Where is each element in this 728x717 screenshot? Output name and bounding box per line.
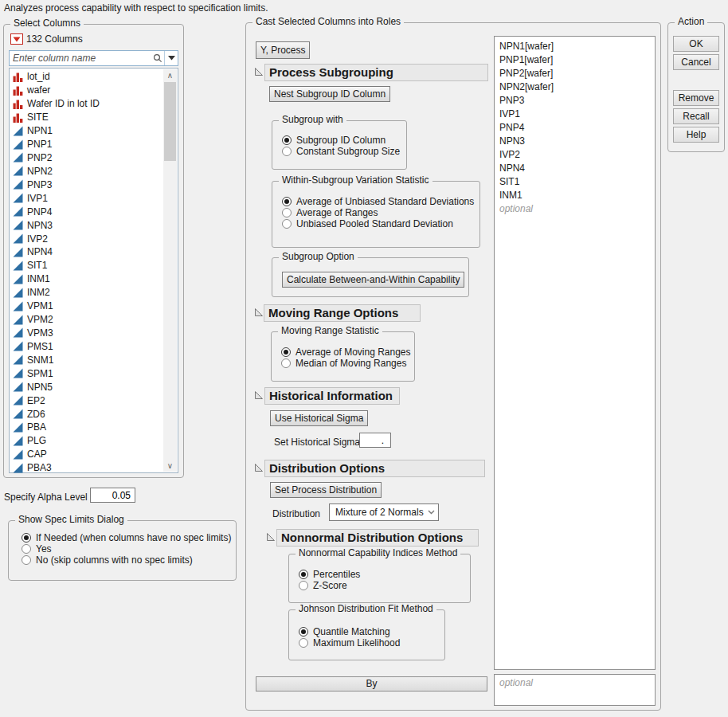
role-list-item[interactable]: NPN1[wafer] bbox=[495, 40, 655, 53]
column-list-item[interactable]: SITE bbox=[10, 111, 163, 124]
radio-selected[interactable] bbox=[282, 197, 292, 206]
role-list-item[interactable]: IVP2 bbox=[495, 148, 655, 162]
radio-selected[interactable] bbox=[299, 627, 308, 637]
radio-option[interactable]: If Needed (when columns have no spec lim… bbox=[22, 532, 231, 543]
column-list-item[interactable]: IVP2 bbox=[10, 232, 163, 245]
column-list-item[interactable]: PNP4 bbox=[10, 205, 163, 218]
nest-subgroup-button[interactable]: Nest Subgroup ID Column bbox=[269, 86, 390, 102]
role-list-item[interactable]: INM1 bbox=[495, 189, 655, 202]
radio-option[interactable]: No (skip columns with no spec limits) bbox=[22, 554, 231, 566]
cancel-button[interactable]: Cancel bbox=[673, 54, 719, 70]
column-list-item[interactable]: INM2 bbox=[10, 286, 163, 300]
column-list-item[interactable]: NPN3 bbox=[10, 218, 163, 232]
column-list-item[interactable]: SNM1 bbox=[10, 353, 163, 366]
section-moving-range-options[interactable]: Moving Range Options bbox=[264, 304, 421, 322]
alpha-level-input[interactable] bbox=[90, 488, 135, 503]
role-list-item[interactable]: SIT1 bbox=[495, 175, 655, 189]
radio-option[interactable]: Constant Subgroup Size bbox=[282, 146, 400, 157]
column-list-item[interactable]: IVP1 bbox=[10, 191, 163, 205]
column-list-item[interactable]: VPM3 bbox=[10, 327, 163, 340]
section-nonnormal-distribution-options[interactable]: Nonnormal Distribution Options bbox=[276, 529, 479, 547]
column-list-item[interactable]: VPM2 bbox=[10, 313, 163, 327]
radio-option[interactable]: Average of Moving Ranges bbox=[281, 347, 411, 358]
role-list-item[interactable]: PNP1[wafer] bbox=[495, 53, 655, 67]
help-button[interactable]: Help bbox=[673, 127, 719, 143]
column-list-item[interactable]: SIT1 bbox=[10, 259, 163, 272]
radio-unselected[interactable] bbox=[22, 544, 31, 554]
by-button[interactable]: By bbox=[256, 676, 487, 692]
ok-button[interactable]: OK bbox=[673, 36, 719, 52]
column-list-item[interactable]: Wafer ID in lot ID bbox=[10, 97, 163, 111]
section-historical-information[interactable]: Historical Information bbox=[264, 387, 400, 405]
distribution-select[interactable]: Mixture of 2 Normals bbox=[329, 503, 439, 521]
search-dropdown-icon[interactable] bbox=[165, 51, 178, 65]
role-list-item[interactable]: PNP4 bbox=[495, 121, 655, 135]
column-list-item[interactable]: PMS1 bbox=[10, 339, 163, 353]
section-process-subgrouping[interactable]: Process Subgrouping bbox=[264, 64, 488, 81]
radio-selected[interactable] bbox=[22, 533, 31, 543]
y-process-button[interactable]: Y, Process bbox=[256, 41, 310, 59]
collapse-triangle-icon[interactable] bbox=[254, 390, 264, 400]
radio-unselected[interactable] bbox=[282, 208, 292, 217]
radio-option[interactable]: Yes bbox=[22, 543, 231, 554]
columns-menu-icon[interactable] bbox=[10, 33, 23, 45]
column-list-item[interactable]: PNP2 bbox=[10, 151, 163, 165]
between-within-capability-button[interactable]: Calculate Between-and-Within Capability bbox=[282, 272, 464, 288]
role-list-item[interactable]: NPN3 bbox=[495, 135, 655, 148]
role-list-item[interactable]: PNP2[wafer] bbox=[495, 67, 655, 80]
radio-option[interactable]: Average of Ranges bbox=[282, 207, 474, 218]
radio-unselected[interactable] bbox=[281, 358, 291, 368]
radio-unselected[interactable] bbox=[299, 638, 308, 648]
by-listbox[interactable]: optional bbox=[494, 674, 656, 706]
radio-unselected[interactable] bbox=[299, 581, 308, 590]
search-icon[interactable] bbox=[151, 51, 164, 65]
radio-option[interactable]: Median of Moving Ranges bbox=[281, 358, 411, 369]
radio-option[interactable]: Average of Unbiased Standard Deviations bbox=[282, 196, 474, 207]
radio-option[interactable]: Percentiles bbox=[299, 569, 360, 580]
search-input[interactable] bbox=[10, 51, 151, 65]
column-list-item[interactable]: SPM1 bbox=[10, 366, 163, 380]
column-list-item[interactable]: PLG bbox=[10, 434, 163, 448]
column-list-item[interactable]: PBA bbox=[10, 421, 163, 434]
columns-scrollbar[interactable]: ∧ ∨ bbox=[163, 69, 177, 472]
column-list-item[interactable]: NPN4 bbox=[10, 245, 163, 259]
role-list-item[interactable]: PNP3 bbox=[495, 94, 655, 108]
column-list-item[interactable]: NPN5 bbox=[10, 380, 163, 394]
column-list-item[interactable]: ZD6 bbox=[10, 407, 163, 421]
column-list-item[interactable]: NPN2 bbox=[10, 164, 163, 178]
collapse-triangle-icon[interactable] bbox=[254, 308, 264, 317]
radio-option[interactable]: Z-Score bbox=[299, 580, 360, 591]
collapse-triangle-icon[interactable] bbox=[266, 532, 276, 542]
radio-option[interactable]: Quantile Matching bbox=[299, 626, 400, 637]
use-historical-sigma-button[interactable]: Use Historical Sigma bbox=[270, 410, 368, 426]
role-list-item[interactable]: NPN4 bbox=[495, 162, 655, 175]
column-list-item[interactable]: EP2 bbox=[10, 394, 163, 407]
column-list-item[interactable]: PNP1 bbox=[10, 138, 163, 151]
scrollbar-thumb[interactable] bbox=[164, 82, 176, 161]
role-list-item[interactable]: IVP1 bbox=[495, 108, 655, 121]
column-list-item[interactable]: lot_id bbox=[10, 70, 163, 84]
historical-sigma-input[interactable] bbox=[359, 433, 391, 448]
set-process-distribution-button[interactable]: Set Process Distribution bbox=[270, 482, 382, 498]
radio-unselected[interactable] bbox=[282, 147, 292, 156]
column-list-item[interactable]: INM1 bbox=[10, 272, 163, 286]
column-list-item[interactable]: CAP bbox=[10, 448, 163, 461]
radio-selected[interactable] bbox=[299, 570, 308, 579]
column-list-item[interactable]: PNP3 bbox=[10, 178, 163, 191]
column-list-item[interactable]: wafer bbox=[10, 84, 163, 97]
scroll-up-icon[interactable]: ∧ bbox=[167, 69, 173, 81]
radio-option[interactable]: Maximum Likelihood bbox=[299, 637, 400, 648]
radio-option[interactable]: Unbiased Pooled Standard Deviation bbox=[282, 218, 474, 229]
radio-unselected[interactable] bbox=[282, 219, 292, 229]
role-list-item[interactable]: NPN2[wafer] bbox=[495, 80, 655, 94]
remove-button[interactable]: Remove bbox=[673, 90, 719, 106]
radio-option[interactable]: Subgroup ID Column bbox=[282, 135, 400, 146]
recall-button[interactable]: Recall bbox=[673, 108, 719, 124]
columns-menu[interactable]: 132 Columns bbox=[10, 33, 83, 45]
section-distribution-options[interactable]: Distribution Options bbox=[264, 460, 485, 477]
scroll-down-icon[interactable]: ∨ bbox=[167, 460, 173, 472]
column-list-item[interactable]: PBA3 bbox=[10, 461, 163, 475]
radio-selected[interactable] bbox=[282, 135, 292, 145]
column-list-item[interactable]: VPM1 bbox=[10, 300, 163, 313]
collapse-triangle-icon[interactable] bbox=[254, 67, 264, 76]
